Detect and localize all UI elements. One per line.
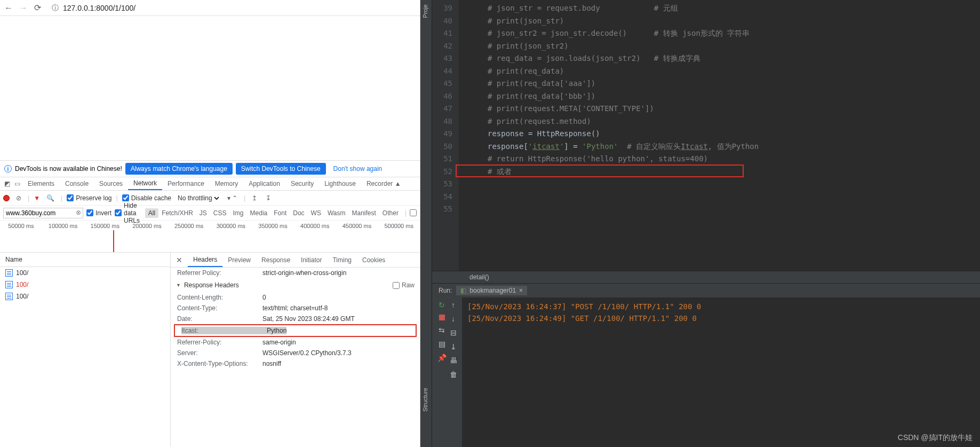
device-icon[interactable]: ▭ [12, 180, 22, 187]
request-detail: ✕ HeadersPreviewResponseInitiatorTimingC… [171, 253, 420, 447]
pin-icon[interactable]: 📌 [437, 354, 447, 362]
dont-show-again-button[interactable]: Don't show again [329, 163, 387, 175]
clear-filter-icon[interactable]: ⊗ [76, 209, 81, 216]
filter-input[interactable] [3, 208, 83, 218]
header-row: Date:Sat, 25 Nov 2023 08:24:49 GMT [171, 313, 420, 324]
up-icon[interactable]: ↑ [451, 301, 455, 309]
project-tool-tab[interactable]: Proje [420, 1, 430, 21]
scroll-icon[interactable]: ⤓ [450, 342, 457, 351]
timeline-tick: 50000 ms [0, 223, 42, 229]
match-language-button[interactable]: Always match Chrome's language [125, 163, 233, 175]
detail-tab-response[interactable]: Response [256, 253, 296, 267]
tab-elements[interactable]: Elements [22, 177, 60, 190]
wifi-icon[interactable]: ▾ ⌃ [225, 194, 240, 202]
detail-tab-preview[interactable]: Preview [222, 253, 256, 267]
detail-tab-cookies[interactable]: Cookies [357, 253, 391, 267]
reload-icon[interactable]: ⟳ [34, 3, 41, 13]
header-row: Server:WSGIServer/0.2 CPython/3.7.3 [171, 348, 420, 358]
print-icon[interactable]: 🖶 [450, 356, 457, 365]
request-row[interactable]: 100/ [0, 279, 170, 291]
wrap-icon[interactable]: ⊟ [450, 328, 457, 337]
filter-all[interactable]: All [145, 208, 158, 218]
detail-tab-headers[interactable]: Headers [188, 253, 222, 267]
tab-lighthouse[interactable]: Lighthouse [319, 177, 361, 190]
tab-network[interactable]: Network [128, 177, 162, 190]
clear-button[interactable]: ⊘ [14, 194, 23, 202]
timeline-tick: 200000 ms [126, 223, 168, 229]
structure-tool-tab[interactable]: Structure [420, 385, 430, 415]
run-tab[interactable]: ◧ bookmanager01 × [456, 286, 527, 295]
filter-doc[interactable]: Doc [290, 208, 307, 218]
detail-tab-initiator[interactable]: Initiator [296, 253, 327, 267]
throttling-select[interactable]: No throttling [176, 194, 221, 202]
editor-area: 3940414243444546474849505152535455 # jso… [432, 0, 980, 271]
forward-icon[interactable]: → [19, 3, 28, 13]
timeline-marker [113, 230, 114, 252]
rerun-icon[interactable]: ↻ [439, 301, 445, 309]
back-icon[interactable]: ← [4, 3, 13, 13]
response-headers-section[interactable]: Response Headers Raw [171, 278, 420, 292]
request-row[interactable]: 100/ [0, 267, 170, 279]
list-header-name[interactable]: Name [0, 253, 170, 267]
filter-js[interactable]: JS [196, 208, 210, 218]
invert-checkbox[interactable]: Invert [86, 209, 111, 217]
timeline-tick: 450000 ms [336, 223, 378, 229]
filter-bar: ⊗ Invert Hide data URLs AllFetch/XHRJSCS… [0, 206, 420, 221]
detail-tabs: ✕ HeadersPreviewResponseInitiatorTimingC… [171, 253, 420, 268]
request-row[interactable]: 100/ [0, 291, 170, 302]
console: ↻ ⇆ ▤ 📌 ↑ ↓ ⊟ ⤓ 🖶 🗑 [25/Nov/2023 16:24:3… [432, 297, 980, 447]
watermark: CSDN @搞IT的放牛娃 [898, 433, 973, 443]
console-line: [25/Nov/2023 16:24:37] "POST /1/100/ HTT… [467, 301, 975, 312]
url-bar[interactable]: ⓘ 127.0.0.1:8000/1/100/ [47, 2, 416, 14]
filter-font[interactable]: Font [270, 208, 290, 218]
filter-css[interactable]: CSS [210, 208, 230, 218]
filter-ws[interactable]: WS [308, 208, 324, 218]
trash-icon[interactable]: 🗑 [450, 370, 457, 379]
code-editor[interactable]: # json_str = request.body # 元组# print(js… [459, 0, 980, 271]
timeline-tick: 400000 ms [294, 223, 336, 229]
layout-icon[interactable]: ▤ [439, 340, 445, 348]
console-line: [25/Nov/2023 16:24:49] "GET /1/100/ HTTP… [467, 312, 975, 324]
close-run-tab-icon[interactable]: × [519, 287, 523, 294]
url-text: 127.0.0.1:8000/1/100/ [63, 4, 136, 12]
document-icon [5, 281, 13, 288]
pause-icon[interactable]: ⇆ [439, 326, 445, 334]
download-icon[interactable]: ↧ [264, 194, 273, 202]
ide-left-sidebar: Proje Structure [420, 0, 432, 447]
stop-icon[interactable] [439, 315, 445, 320]
timeline[interactable]: 50000 ms100000 ms150000 ms200000 ms25000… [0, 221, 420, 253]
record-button[interactable] [3, 195, 10, 201]
filter-img[interactable]: Img [230, 208, 247, 218]
inspect-icon[interactable]: ◩ [2, 180, 12, 187]
filter-icon[interactable]: ▼ [34, 194, 40, 202]
switch-language-button[interactable]: Switch DevTools to Chinese [236, 163, 326, 175]
filter-fetchxhr[interactable]: Fetch/XHR [158, 208, 196, 218]
disable-cache-checkbox[interactable]: Disable cache [122, 194, 171, 202]
tab-application[interactable]: Application [243, 177, 285, 190]
tab-memory[interactable]: Memory [210, 177, 243, 190]
tab-recorder[interactable]: Recorder ▲ [361, 177, 407, 190]
ide-pane: Proje Structure 394041424344454647484950… [420, 0, 980, 447]
tab-sources[interactable]: Sources [94, 177, 128, 190]
raw-checkbox[interactable]: Raw [393, 281, 415, 289]
down-icon[interactable]: ↓ [451, 315, 455, 323]
site-info-icon[interactable]: ⓘ [52, 3, 59, 13]
timeline-tick: 350000 ms [252, 223, 294, 229]
document-icon [5, 293, 13, 300]
preserve-log-checkbox[interactable]: Preserve log [67, 194, 111, 202]
tab-performance[interactable]: Performance [162, 177, 210, 190]
detail-tab-timing[interactable]: Timing [327, 253, 357, 267]
close-detail-icon[interactable]: ✕ [171, 256, 188, 264]
breadcrumb[interactable]: detail() [432, 271, 980, 283]
upload-icon[interactable]: ↥ [250, 194, 259, 202]
console-output[interactable]: [25/Nov/2023 16:24:37] "POST /1/100/ HTT… [462, 297, 980, 447]
search-icon[interactable]: 🔍 [44, 194, 57, 202]
filter-other[interactable]: Other [379, 208, 402, 218]
tab-security[interactable]: Security [285, 177, 319, 190]
filter-wasm[interactable]: Wasm [324, 208, 349, 218]
filter-manifest[interactable]: Manifest [349, 208, 379, 218]
filter-media[interactable]: Media [247, 208, 271, 218]
extra-checkbox[interactable] [410, 209, 417, 216]
header-row: Referrer-Policy:same-origin [171, 337, 420, 348]
tab-console[interactable]: Console [60, 177, 94, 190]
